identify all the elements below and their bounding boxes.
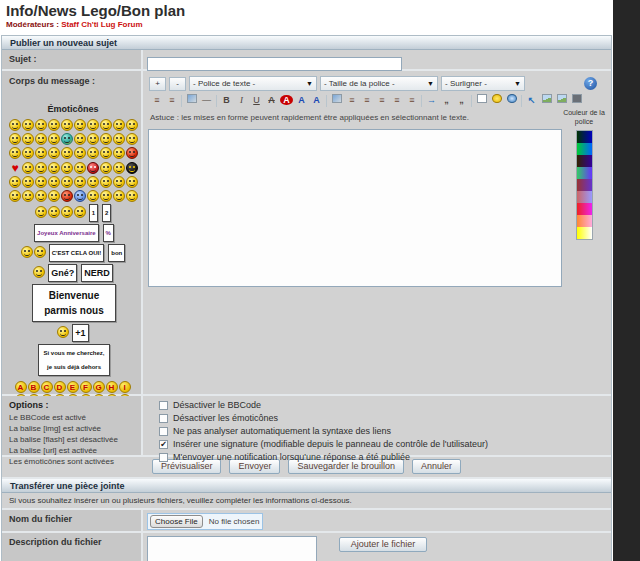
palette-band[interactable] <box>577 191 592 203</box>
smiley-emoticon-icon[interactable] <box>22 190 34 202</box>
smiley-emoticon-icon[interactable] <box>113 176 125 188</box>
sign-emoticon-icon[interactable]: C'EST CELA OUI! <box>49 244 105 262</box>
smiley-emoticon-icon[interactable] <box>87 147 99 159</box>
palette-band[interactable] <box>577 155 592 167</box>
letter-emoticon-icon[interactable]: E <box>67 381 79 393</box>
smiley-emoticon-icon[interactable] <box>61 206 73 218</box>
smiley-emoticon-icon[interactable] <box>87 162 99 174</box>
checkbox[interactable]: ✔ <box>159 440 168 449</box>
smiley-emoticon-icon[interactable] <box>100 162 112 174</box>
smiley-emoticon-icon[interactable] <box>48 190 60 202</box>
palette-band[interactable] <box>577 215 592 227</box>
smiley-emoticon-icon[interactable] <box>22 147 34 159</box>
align-right-icon[interactable]: ≡ <box>374 94 389 108</box>
palette-band[interactable] <box>577 179 592 191</box>
font-size-select[interactable]: - Taille de la police -▼ <box>320 76 438 91</box>
image-icon[interactable] <box>539 94 554 108</box>
letter-emoticon-icon[interactable]: A <box>15 381 27 393</box>
smiley-emoticon-icon[interactable] <box>100 176 112 188</box>
smiley-emoticon-icon[interactable] <box>100 147 112 159</box>
checkbox[interactable] <box>159 427 168 436</box>
smiley-emoticon-icon[interactable] <box>113 147 125 159</box>
font-size-icon[interactable]: A <box>309 94 324 108</box>
smiley-emoticon-icon[interactable] <box>100 190 112 202</box>
file-description-textarea[interactable] <box>147 536 317 561</box>
letter-emoticon-icon[interactable]: H <box>106 381 118 393</box>
smiley-emoticon-icon[interactable] <box>35 162 47 174</box>
smiley-emoticon-icon[interactable] <box>126 162 138 174</box>
smiley-emoticon-icon[interactable] <box>87 190 99 202</box>
cursor-icon[interactable]: ↖ <box>524 94 539 108</box>
sign-emoticon-icon[interactable]: 2 <box>102 204 111 222</box>
sign-emoticon-icon[interactable]: Gné? <box>48 264 77 282</box>
align-left-icon[interactable]: ≡ <box>344 94 359 108</box>
palette-band[interactable] <box>577 131 592 143</box>
spoiler-icon[interactable] <box>474 94 489 108</box>
moderators-link[interactable]: Staff Ch'ti Lug Forum <box>61 20 142 29</box>
smiley-emoticon-icon[interactable] <box>61 119 73 131</box>
checkbox[interactable] <box>159 453 168 462</box>
smiley-emoticon-icon[interactable] <box>9 119 21 131</box>
smiley-emoticon-icon[interactable] <box>35 147 47 159</box>
smiley-emoticon-icon[interactable] <box>57 326 69 338</box>
smiley-emoticon-icon[interactable] <box>9 147 21 159</box>
smiley-emoticon-icon[interactable] <box>48 147 60 159</box>
smiley-emoticon-icon[interactable] <box>126 176 138 188</box>
smiley-emoticon-icon[interactable] <box>35 176 47 188</box>
letter-emoticon-icon[interactable]: G <box>93 381 105 393</box>
add-file-button[interactable]: Ajouter le fichier <box>339 537 427 552</box>
checkbox[interactable] <box>159 414 168 423</box>
smiley-emoticon-icon[interactable] <box>74 190 86 202</box>
smiley-emoticon-icon[interactable] <box>9 176 21 188</box>
smiley-emoticon-icon[interactable] <box>48 162 60 174</box>
smiley-emoticon-icon[interactable] <box>22 133 34 145</box>
video-icon[interactable] <box>569 94 584 108</box>
smiley-emoticon-icon[interactable] <box>74 119 86 131</box>
strike-icon[interactable]: A <box>264 94 279 108</box>
smiley-emoticon-icon[interactable] <box>35 190 47 202</box>
smiley-emoticon-icon[interactable] <box>126 190 138 202</box>
smiley-emoticon-icon[interactable] <box>126 133 138 145</box>
smiley-emoticon-icon[interactable] <box>61 147 73 159</box>
italic-icon[interactable]: I <box>234 94 249 108</box>
underline-icon[interactable]: U <box>249 94 264 108</box>
bold-icon[interactable]: B <box>219 94 234 108</box>
sign-emoticon-icon[interactable]: +1 <box>72 324 88 342</box>
bullet-list-icon[interactable]: ≡ <box>149 94 164 108</box>
smiley-emoticon-icon[interactable] <box>126 119 138 131</box>
picture-icon[interactable] <box>554 94 569 108</box>
smiley-emoticon-icon[interactable] <box>61 176 73 188</box>
font-color-palette[interactable] <box>576 130 593 240</box>
smiley-emoticon-icon[interactable] <box>48 176 60 188</box>
letter-emoticon-icon[interactable]: F <box>80 381 92 393</box>
letter-emoticon-icon[interactable]: C <box>41 381 53 393</box>
sign-emoticon-icon[interactable]: Si vous me cherchez, je suis déjà dehors <box>38 344 110 376</box>
smiley-emoticon-icon[interactable] <box>33 266 45 278</box>
smiley-emoticon-icon[interactable] <box>22 119 34 131</box>
smiley-emoticon-icon[interactable] <box>61 162 73 174</box>
font-color-red-icon[interactable]: A <box>279 94 294 108</box>
smiley-emoticon-icon[interactable] <box>87 176 99 188</box>
smiley-emoticon-icon[interactable] <box>74 133 86 145</box>
smiley-emoticon-icon[interactable] <box>126 147 138 159</box>
quote-open-icon[interactable]: „ <box>439 94 454 108</box>
help-icon[interactable]: ? <box>584 77 597 90</box>
letter-emoticon-icon[interactable]: D <box>54 381 66 393</box>
smiley-emoticon-icon[interactable] <box>22 176 34 188</box>
smiley-emoticon-icon[interactable] <box>87 133 99 145</box>
smiley-emoticon-icon[interactable] <box>74 147 86 159</box>
indent-icon[interactable]: → <box>424 94 439 108</box>
letter-emoticon-icon[interactable]: B <box>28 381 40 393</box>
smiley-emoticon-icon[interactable] <box>35 119 47 131</box>
smiley-emoticon-icon[interactable] <box>100 119 112 131</box>
palette-band[interactable] <box>577 143 592 155</box>
font-family-select[interactable]: - Police de texte -▼ <box>189 76 317 91</box>
sign-emoticon-icon[interactable]: bon <box>108 244 125 262</box>
smiley-emoticon-icon[interactable] <box>61 190 73 202</box>
unjustify-icon[interactable]: ≡ <box>404 94 419 108</box>
smiley-emoticon-icon[interactable] <box>74 162 86 174</box>
smiley-emoticon-icon[interactable] <box>9 190 21 202</box>
horizontal-rule-icon[interactable]: — <box>199 94 214 108</box>
subject-input[interactable] <box>147 57 402 71</box>
smiley-emoticon-icon[interactable] <box>74 206 86 218</box>
